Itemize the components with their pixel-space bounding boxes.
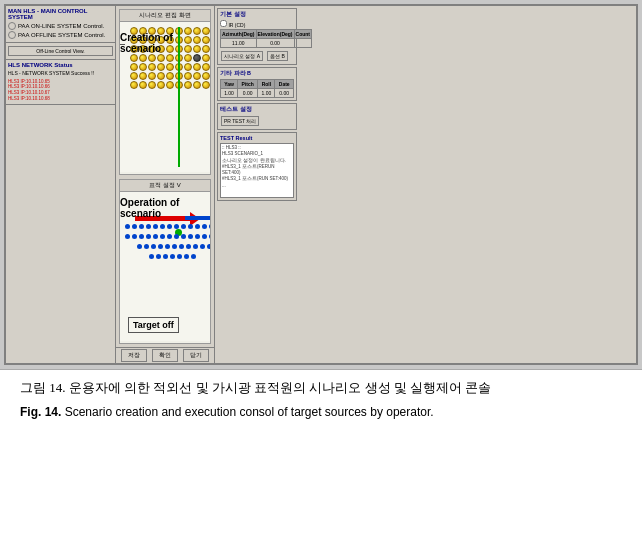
blue-dot	[139, 224, 144, 229]
target-circle	[202, 72, 210, 80]
blue-dot	[181, 234, 186, 239]
ir-checkbox[interactable]	[220, 20, 227, 27]
network-details: HLS3 IP:10.10.10.65HLS3 IP:10.10.10.66HL…	[8, 79, 113, 102]
elevation-header: Elevation(Deg)	[256, 30, 294, 39]
radio-online-label: PAA ON-LINE SYSTEM Control.	[18, 23, 104, 29]
top-viz-content: Creation of scenario	[120, 22, 210, 172]
blue-dot	[156, 254, 161, 259]
radio-offline[interactable]: PAA OFFLINE SYSTEM Control.	[8, 31, 113, 39]
main-hls-title: MAN HLS - MAIN CONTROL SYSTEM	[8, 8, 113, 20]
app-window: MAN HLS - MAIN CONTROL SYSTEM PAA ON-LIN…	[4, 4, 638, 365]
blue-dot	[160, 234, 165, 239]
blue-dots-grid	[125, 224, 211, 259]
basic-settings-section: 기본 설정 IR (CD) Azimuth(Deg) Elevation(Deg…	[217, 8, 297, 65]
test-settings-section: 테스트 설정 PR TEST 처리	[217, 103, 297, 130]
caption-korean: 그림 14. 운용자에 의한 적외선 및 가시광 표적원의 시나리오 생성 및 …	[20, 378, 622, 399]
target-circle	[184, 81, 192, 89]
save-button[interactable]: 저장	[121, 349, 147, 362]
bottom-viz-content: Operation of scenario Target off	[120, 192, 210, 342]
blue-dot	[165, 244, 170, 249]
blue-dot	[163, 254, 168, 259]
creation-annotation: Creation of scenario	[120, 32, 205, 54]
test-settings-title: 테스트 설정	[220, 106, 294, 113]
blue-dot	[202, 224, 207, 229]
caption-area: 그림 14. 운용자에 의한 적외선 및 가시광 표적원의 시나리오 생성 및 …	[0, 370, 642, 427]
blue-dot	[170, 254, 175, 259]
date-val: 0.00	[275, 89, 294, 98]
pitch-val: 0.00	[238, 89, 258, 98]
count-val	[294, 39, 311, 48]
target-circle	[139, 72, 147, 80]
main-hls-section: MAN HLS - MAIN CONTROL SYSTEM PAA ON-LIN…	[6, 6, 115, 43]
option-b-btn[interactable]: 옵션 B	[267, 51, 288, 61]
target-circle	[139, 81, 147, 89]
blue-dot	[186, 244, 191, 249]
blue-dot	[146, 234, 151, 239]
target-circle	[148, 54, 156, 62]
blue-dot	[195, 234, 200, 239]
offline-control-btn[interactable]: Off-Line Control View.	[8, 46, 113, 56]
target-circle	[193, 81, 201, 89]
blue-dot	[200, 244, 205, 249]
target-circle	[148, 63, 156, 71]
blue-dot	[160, 224, 165, 229]
date-header: Date	[275, 80, 294, 89]
target-circle	[157, 54, 165, 62]
azimuth-header: Azimuth(Deg)	[221, 30, 257, 39]
radio-offline-label: PAA OFFLINE SYSTEM Control.	[18, 32, 105, 38]
target-circle	[130, 63, 138, 71]
target-circle	[139, 54, 147, 62]
bottom-toolbar: 저장 확인 닫기	[116, 347, 214, 363]
operation-annotation: Operation of scenario	[120, 197, 205, 219]
params-title: 기타 파라 B	[220, 70, 294, 77]
pitch-header: Pitch	[238, 80, 258, 89]
blue-dot	[209, 224, 211, 229]
target-circle	[202, 54, 210, 62]
target-off-label: Target off	[128, 317, 179, 333]
yaw-header: Yaw	[221, 80, 238, 89]
target-circle-dark	[193, 54, 201, 62]
target-circle	[193, 63, 201, 71]
blue-dot	[151, 244, 156, 249]
azimuth-val: 11.00	[221, 39, 257, 48]
left-panel: MAN HLS - MAIN CONTROL SYSTEM PAA ON-LIN…	[6, 6, 116, 363]
roll-header: Roll	[258, 80, 275, 89]
bottom-viz-panel: 표적 설정 V	[119, 179, 211, 345]
target-circle	[202, 63, 210, 71]
blue-dot	[195, 224, 200, 229]
target-circle	[184, 63, 192, 71]
azimuth-elevation-table: Azimuth(Deg) Elevation(Deg) Count 11.00 …	[220, 29, 312, 48]
network-status-section: HLS NETWORK Status HLS - NETWORK SYSTEM …	[6, 60, 115, 105]
roll-val: 1.00	[258, 89, 275, 98]
blue-dot	[209, 234, 211, 239]
scenario-setting-a-btn[interactable]: 시나리오 설정 A	[221, 51, 263, 61]
network-status-title: HLS NETWORK Status	[8, 62, 113, 68]
offline-section: Off-Line Control View.	[6, 43, 115, 60]
target-row-6	[130, 72, 211, 80]
blue-dot	[153, 234, 158, 239]
yaw-val: 1.00	[221, 89, 238, 98]
target-circle	[166, 81, 174, 89]
blue-dot	[167, 224, 172, 229]
close-button[interactable]: 닫기	[183, 349, 209, 362]
target-circle	[184, 72, 192, 80]
caption-fig-prefix: Fig. 14.	[20, 405, 61, 419]
radio-online[interactable]: PAA ON-LINE SYSTEM Control.	[8, 22, 113, 30]
confirm-button[interactable]: 확인	[152, 349, 178, 362]
caption-english-text: Scenario creation and execution consol o…	[65, 405, 434, 419]
test-result-content: :: HLS3 :: HLS3 SCENARIO_1 소나리오 설정이 완료됩니…	[220, 143, 294, 198]
target-circle	[202, 81, 210, 89]
target-circle	[157, 72, 165, 80]
target-circle	[157, 63, 165, 71]
target-circle	[193, 72, 201, 80]
target-circle	[139, 63, 147, 71]
blue-dot	[144, 244, 149, 249]
blue-dot	[167, 234, 172, 239]
blue-dot	[188, 234, 193, 239]
radio-dot-offline	[8, 31, 16, 39]
blue-dot	[137, 244, 142, 249]
target-circle	[157, 81, 165, 89]
blue-dot	[207, 244, 211, 249]
blue-dot	[184, 254, 189, 259]
pr-test-btn[interactable]: PR TEST 처리	[221, 116, 259, 126]
